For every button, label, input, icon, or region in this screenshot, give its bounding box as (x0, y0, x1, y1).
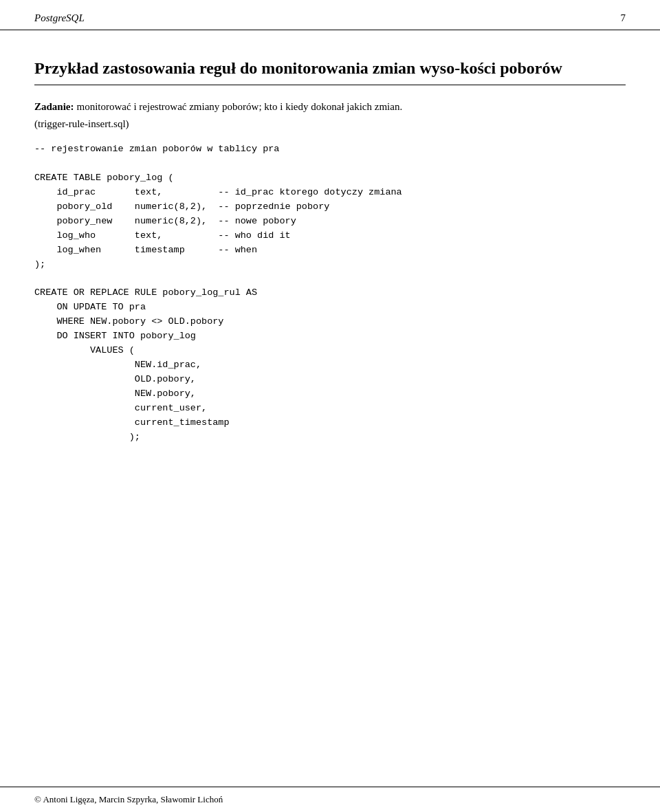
file-label: (trigger-rule-insert.sql) (34, 118, 626, 130)
header-title: PostgreSQL (34, 12, 85, 24)
header-page-number: 7 (621, 12, 626, 24)
bottom-footer: © Antoni Ligęza, Marcin Szpyrka, Sławomi… (0, 787, 660, 812)
top-header: PostgreSQL 7 (0, 0, 660, 30)
code-block: -- rejestrowanie zmian poborów w tablicy… (34, 142, 626, 444)
main-content: Przykład zastosowania reguł do monitorow… (0, 30, 660, 472)
task-block: Zadanie: monitorować i rejestrować zmian… (34, 100, 626, 113)
page-container: PostgreSQL 7 Przykład zastosowania reguł… (0, 0, 660, 812)
task-description: monitorować i rejestrować zmiany poborów… (77, 101, 403, 112)
task-label: Zadanie: (34, 101, 74, 112)
footer-text: © Antoni Ligęza, Marcin Szpyrka, Sławomi… (34, 794, 223, 804)
heading-divider (34, 85, 626, 85)
section-heading: Przykład zastosowania reguł do monitorow… (34, 58, 626, 79)
